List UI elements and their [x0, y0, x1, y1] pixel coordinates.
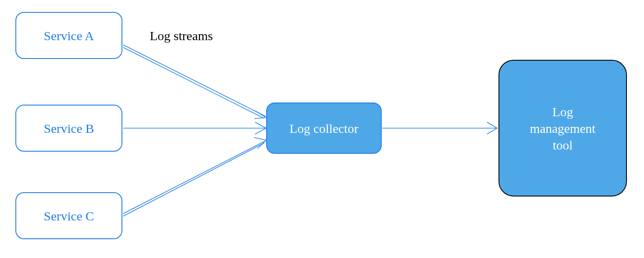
log-management-tool-label: Log management tool — [530, 103, 595, 153]
service-b-label: Service B — [44, 120, 94, 137]
log-collector-label: Log collector — [290, 120, 359, 137]
svg-line-0 — [123, 45, 265, 116]
service-a-label: Service A — [44, 27, 94, 44]
svg-line-1 — [123, 47, 264, 118]
service-c-node: Service C — [15, 192, 122, 239]
log-streams-label: Log streams — [150, 29, 213, 43]
log-architecture-diagram: Service A Service B Service C Log stream… — [0, 0, 644, 258]
svg-line-3 — [123, 141, 265, 214]
service-a-node: Service A — [15, 12, 122, 59]
service-b-node: Service B — [15, 105, 122, 152]
log-management-tool-node: Log management tool — [499, 60, 627, 196]
svg-line-4 — [123, 143, 264, 216]
log-collector-node: Log collector — [266, 103, 382, 154]
service-c-label: Service C — [44, 208, 94, 224]
